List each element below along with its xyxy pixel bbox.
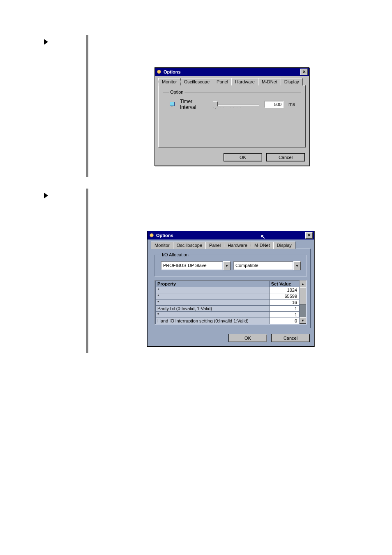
- tab-panel[interactable]: Panel: [213, 78, 232, 85]
- dialog-title: Options: [156, 233, 173, 238]
- cancel-button[interactable]: Cancel: [271, 334, 310, 342]
- cursor-icon: ↖: [261, 233, 265, 240]
- tab-hardware[interactable]: Hardware: [224, 242, 251, 249]
- dialog-title: Options: [164, 69, 181, 74]
- tab-strip: Monitor Oscilloscope Panel Hardware M-DN…: [155, 76, 309, 85]
- options-dialog-monitor: ✺ Options ✕ Monitor Oscilloscope Panel H…: [154, 67, 309, 166]
- titlebar[interactable]: ✺ Options ↖ ✕: [148, 231, 314, 240]
- tab-display[interactable]: Display: [273, 242, 295, 249]
- property-grid: Property Set Value *1024 *65599 *16 Pari…: [154, 280, 307, 325]
- cell-property: *: [156, 293, 270, 299]
- tab-monitor[interactable]: Monitor: [151, 242, 173, 249]
- col-set-value: Set Value: [269, 281, 299, 287]
- cell-value[interactable]: 65599: [269, 293, 299, 299]
- timer-interval-label: Timer Interval: [180, 99, 208, 110]
- grid-row[interactable]: *1024: [156, 287, 299, 293]
- close-button[interactable]: ✕: [305, 232, 313, 239]
- cell-property: *: [156, 299, 270, 306]
- tab-panel[interactable]: Panel: [205, 242, 224, 249]
- cancel-button[interactable]: Cancel: [266, 153, 305, 161]
- titlebar[interactable]: ✺ Options ✕: [155, 68, 309, 76]
- tab-oscilloscope[interactable]: Oscilloscope: [173, 242, 206, 249]
- cell-value[interactable]: 1: [269, 312, 299, 318]
- tab-hardware[interactable]: Hardware: [231, 78, 258, 85]
- tab-mdnet[interactable]: M-DNet: [251, 242, 274, 249]
- group-legend: Option: [169, 90, 184, 94]
- grid-row[interactable]: *65599: [156, 293, 299, 299]
- module-select[interactable]: PROFIBUS-DP Slave ▼: [161, 261, 231, 270]
- col-property: Property: [156, 281, 270, 287]
- tab-display[interactable]: Display: [281, 78, 303, 85]
- bullet-marker: [44, 193, 48, 198]
- tab-pane: I/O Allocation PROFIBUS-DP Slave ▼ Compa…: [151, 249, 311, 328]
- cell-property: *: [156, 287, 270, 293]
- tab-oscilloscope[interactable]: Oscilloscope: [180, 78, 213, 85]
- option-group: Option Timer Interval ·········· 500 ms: [163, 90, 301, 116]
- chevron-down-icon: ▼: [293, 261, 301, 270]
- cell-value[interactable]: 1024: [269, 287, 299, 293]
- mode-select-value: Compatible: [233, 261, 293, 270]
- ok-button[interactable]: OK: [224, 153, 262, 161]
- cell-value[interactable]: 16: [269, 299, 299, 306]
- cell-value[interactable]: 0: [269, 318, 299, 324]
- gear-icon: ✺: [149, 233, 154, 238]
- cell-property: *: [156, 312, 270, 318]
- tab-monitor[interactable]: Monitor: [158, 78, 181, 85]
- grid-row[interactable]: *16: [156, 299, 299, 306]
- monitor-icon: [169, 101, 175, 107]
- grid-row[interactable]: *1: [156, 312, 299, 318]
- mode-select[interactable]: Compatible ▼: [233, 261, 301, 270]
- grid-header-row: Property Set Value: [156, 281, 299, 287]
- grid-row[interactable]: Parity bit (0:Invalid, 1:Valid)1: [156, 306, 299, 312]
- group-legend: I/O Allocation: [161, 252, 190, 257]
- bullet-marker: [44, 39, 48, 45]
- tab-mdnet[interactable]: M-DNet: [258, 78, 281, 85]
- scroll-thumb[interactable]: [300, 287, 306, 304]
- gear-icon: ✺: [156, 69, 162, 75]
- scroll-down-arrow-icon[interactable]: ▼: [300, 317, 306, 324]
- timer-interval-unit: ms: [288, 101, 295, 107]
- chevron-down-icon: ▼: [223, 261, 231, 270]
- close-button[interactable]: ✕: [300, 69, 308, 75]
- timer-interval-slider[interactable]: ··········: [213, 101, 259, 108]
- cell-property: Hand IO interruption setting (0:Invalid …: [156, 318, 270, 324]
- scroll-up-arrow-icon[interactable]: ▲: [300, 281, 306, 287]
- tab-strip: Monitor Oscilloscope Panel Hardware M-DN…: [148, 240, 314, 249]
- grid-row[interactable]: Hand IO interruption setting (0:Invalid …: [156, 318, 299, 324]
- vertical-scrollbar[interactable]: ▲ ▼: [299, 281, 306, 324]
- timer-interval-input[interactable]: 500: [264, 101, 284, 108]
- tab-pane: Option Timer Interval ·········· 500 ms: [158, 85, 306, 147]
- ok-button[interactable]: OK: [228, 334, 267, 342]
- vertical-separator: [86, 189, 88, 353]
- cell-value[interactable]: 1: [269, 306, 299, 312]
- cell-property: Parity bit (0:Invalid, 1:Valid): [156, 306, 270, 312]
- options-dialog-hardware: ✺ Options ↖ ✕ Monitor Oscilloscope Panel…: [147, 231, 314, 347]
- module-select-value: PROFIBUS-DP Slave: [161, 261, 223, 270]
- vertical-separator: [86, 35, 88, 177]
- io-allocation-group: I/O Allocation PROFIBUS-DP Slave ▼ Compa…: [154, 252, 307, 276]
